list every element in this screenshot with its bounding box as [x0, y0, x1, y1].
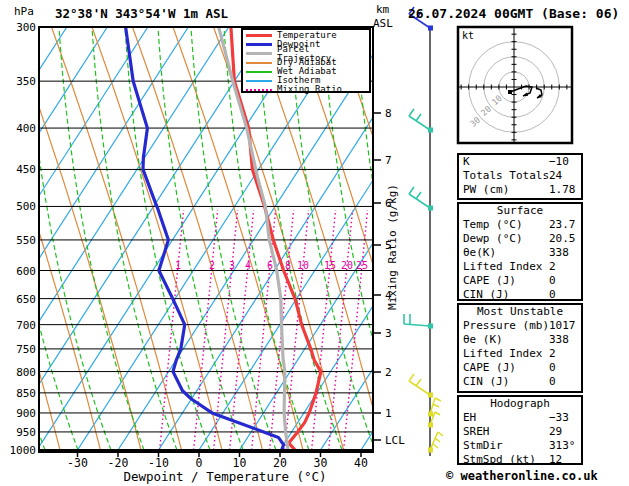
legend-line-sample	[246, 62, 272, 64]
legend-line-sample	[246, 43, 272, 46]
panel-row: θe(K)338	[459, 246, 581, 260]
pressure-tick-label: 450	[16, 163, 36, 176]
x-tick-label: -10	[148, 456, 169, 470]
km-tick-label: 1	[385, 407, 392, 420]
panel-row-label: StmDir	[463, 439, 503, 453]
pressure-tick-label: 1000	[10, 444, 37, 457]
panel-row: StmSpd (kt)12	[459, 453, 581, 467]
panel-row-label: CIN (J)	[463, 375, 509, 389]
panel-row-label: EH	[463, 411, 476, 425]
wet-adiabat-line	[158, 27, 243, 450]
hodograph-origin-marker	[508, 90, 512, 94]
panel-row-label: StmSpd (kt)	[463, 453, 536, 467]
panel-row-value: 0	[549, 288, 556, 302]
legend-label: Mixing Ratio	[277, 85, 342, 94]
x-tick-label: -30	[67, 456, 88, 470]
mixing-ratio-value: 2	[209, 260, 215, 271]
panel-row-value: 2	[549, 347, 556, 361]
panel-row-value: 0	[549, 274, 556, 288]
pressure-tick-label: 800	[16, 366, 36, 379]
panel-row-value: 0	[549, 375, 556, 389]
mixing-ratio-value: 15	[324, 260, 336, 271]
skewt-sounding-app: 1234681015202530035040045050055060065070…	[0, 0, 629, 486]
panel-row: Totals Totals24	[459, 169, 581, 183]
surface-panel: SurfaceTemp (°C)23.7Dewp (°C)20.5θe(K)33…	[457, 202, 583, 301]
copyright: © weatheronline.co.uk	[446, 469, 598, 483]
km-tick-label: 8	[385, 107, 392, 120]
panel-row-label: Lifted Index	[463, 347, 542, 361]
mixing-ratio-value: 1	[175, 260, 181, 271]
panel-row-value: 313°	[549, 439, 576, 453]
pressure-unit-label: hPa	[14, 5, 34, 18]
panel-row: Lifted Index2	[459, 347, 581, 361]
panel-row: SREH29	[459, 425, 581, 439]
panel-row-value: 338	[549, 333, 569, 347]
panel-row-label: Totals Totals	[463, 169, 549, 183]
panel-row-label: CIN (J)	[463, 288, 509, 302]
mixing-ratio-value: 8	[285, 260, 291, 271]
km-tick-label: 7	[385, 154, 392, 167]
x-tick-label: 30	[314, 456, 328, 470]
pressure-tick-label: 350	[16, 75, 36, 88]
panel-row-value: −33	[549, 411, 569, 425]
km-tick-label: 2	[385, 366, 392, 379]
panel-row-value: 29	[549, 425, 562, 439]
x-tick-label: 20	[273, 456, 287, 470]
legend-line-sample	[246, 34, 272, 37]
panel-row: PW (cm)1.78	[459, 183, 581, 197]
pressure-tick-label: 650	[16, 293, 36, 306]
panel-heading: Surface	[459, 204, 581, 218]
mixing-ratio-value: 20	[341, 260, 353, 271]
x-tick-label: 40	[354, 456, 368, 470]
pressure-tick-label: 850	[16, 387, 36, 400]
wind-barb	[404, 314, 433, 329]
panel-row: θe (K)338	[459, 333, 581, 347]
panel-row-label: K	[463, 155, 470, 169]
legend-line-sample	[246, 52, 272, 55]
panel-row-label: Temp (°C)	[463, 218, 523, 232]
hodograph-panel: HodographEH−33SREH29StmDir313°StmSpd (kt…	[457, 395, 583, 465]
x-tick-label: 10	[233, 456, 247, 470]
indices-panel: K−10Totals Totals24PW (cm)1.78	[457, 153, 583, 200]
panel-row: CIN (J)0	[459, 375, 581, 389]
panel-row: Dewp (°C)20.5	[459, 232, 581, 246]
panel-row-label: SREH	[463, 425, 490, 439]
mixing-ratio-axis-title: Mixing Ratio (g/kg)	[386, 184, 399, 310]
x-axis-title: Dewpoint / Temperature (°C)	[90, 469, 360, 484]
pressure-tick-label: 550	[16, 234, 36, 247]
pressure-tick-label: 750	[16, 343, 36, 356]
datetime-label: 26.07.2024 00GMT (Base: 06)	[408, 6, 619, 21]
mixing-ratio-value: 10	[297, 260, 309, 271]
panel-row-value: 338	[549, 246, 569, 260]
panel-row-value: −10	[549, 155, 569, 169]
panel-row: Pressure (mb)1017	[459, 319, 581, 333]
mixing-ratio-value: 6	[267, 260, 273, 271]
panel-row: Temp (°C)23.7	[459, 218, 581, 232]
mixing-ratio-line	[312, 210, 336, 450]
panel-row: CAPE (J)0	[459, 274, 581, 288]
pressure-tick-label: 600	[16, 265, 36, 278]
panel-row-label: θe (K)	[463, 333, 503, 347]
legend-line-sample	[246, 71, 272, 73]
panel-row-label: Dewp (°C)	[463, 232, 523, 246]
mixing-ratio-line	[344, 210, 368, 450]
hodograph-unit-label: kt	[462, 30, 474, 41]
legend-line-sample	[246, 89, 272, 91]
legend-line-sample	[246, 80, 272, 82]
panel-row: Lifted Index2	[459, 260, 581, 274]
panel-row-label: Pressure (mb)	[463, 319, 549, 333]
asl-axis-label: ASL	[373, 17, 393, 30]
km-tick-label: LCL	[385, 434, 405, 447]
panel-row: EH−33	[459, 411, 581, 425]
panel-row: StmDir313°	[459, 439, 581, 453]
mixing-ratio-line	[329, 210, 353, 450]
legend-box: TemperatureDewpointParcel TrajectoryDry …	[241, 28, 371, 93]
pressure-tick-label: 500	[16, 200, 36, 213]
x-tick-label: -20	[108, 456, 129, 470]
x-tick-label: 0	[196, 456, 203, 470]
panel-row-value: 23.7	[549, 218, 576, 232]
panel-row-label: Lifted Index	[463, 260, 542, 274]
wet-adiabat-line	[59, 27, 144, 450]
panel-row-label: CAPE (J)	[463, 274, 516, 288]
panel-row-value: 24	[549, 169, 562, 183]
